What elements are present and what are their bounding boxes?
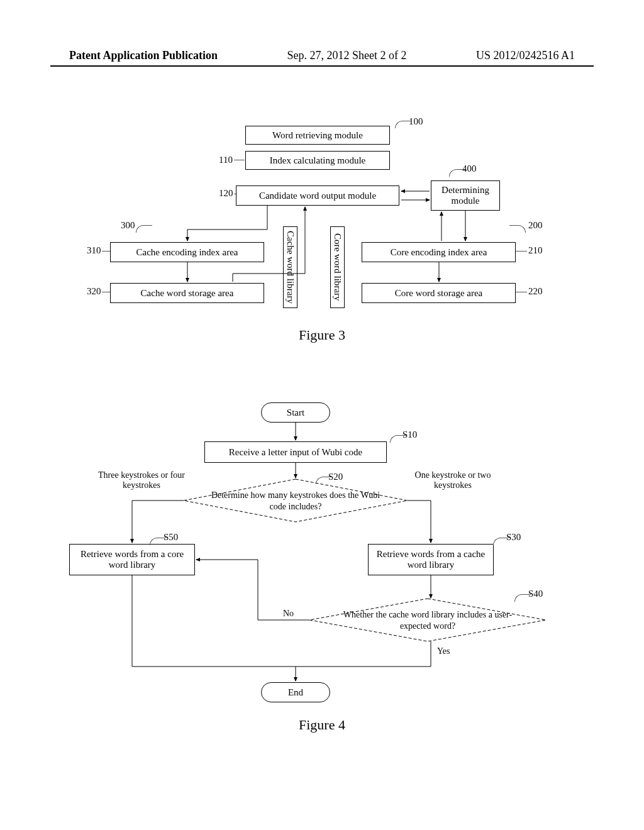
fig3-arrows [82,126,566,358]
header-left: Patent Application Publication [69,49,218,62]
figure-4-caption: Figure 4 [299,717,345,733]
header-center: Sep. 27, 2012 Sheet 2 of 2 [287,49,407,62]
figure-3: Word retrieving module Index calculating… [82,126,566,358]
header-divider [50,65,594,67]
figure-4: Start Receive a letter input of Wubi cod… [69,402,572,742]
page-header: Patent Application Publication Sep. 27, … [0,49,644,62]
figure-3-caption: Figure 3 [299,327,345,343]
header-right: US 2012/0242516 A1 [476,49,575,62]
fig4-arrows [69,402,572,742]
